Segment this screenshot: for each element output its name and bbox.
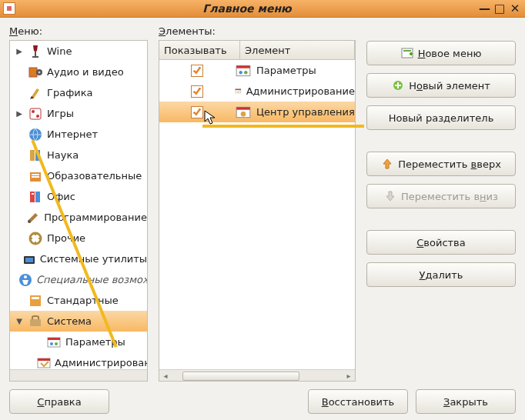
show-checkbox[interactable] [191,106,203,118]
tree-item[interactable]: Интернет [10,124,147,145]
move-down-button: Переместить вниз [366,184,516,208]
params-icon [45,335,62,350]
restore-button[interactable]: Восстановить [308,389,408,414]
tree-item[interactable]: Программирование [10,207,147,228]
tree-item-label: Офис [47,191,75,202]
close-button[interactable]: Закрыть [416,389,516,414]
titlebar[interactable]: Главное меню — □ ✕ [0,0,525,18]
app-icon [3,2,15,15]
new-separator-button[interactable]: Новый разделитель [366,105,516,130]
window-title: Главное меню [15,2,479,15]
tree-item[interactable]: ▼Система [10,311,147,332]
menu-tree[interactable]: ▶WineАудио и видеоГрафика▶ИгрыИнтернетНа… [9,40,148,382]
svg-rect-31 [48,338,60,340]
table-row[interactable]: Администрирование [159,81,355,102]
svg-rect-19 [35,232,36,235]
tree-item[interactable]: Прочие [10,228,147,248]
tree-item[interactable]: Администрирование [10,352,147,370]
properties-button[interactable]: Свойства [366,230,516,255]
tree-item-label: Параметры [65,336,125,348]
tree-item[interactable]: Аудио и видео [10,62,147,82]
minimize-button[interactable]: — [479,2,490,15]
svg-rect-1 [32,56,38,58]
params-icon [235,63,252,78]
tree-item[interactable]: Графика [10,82,147,103]
svg-rect-22 [38,238,42,239]
tree-item-label: Графика [47,87,93,98]
help-label: Справка [37,396,81,408]
scroll-left-icon[interactable]: ◂ [161,371,170,380]
tree-item[interactable]: ▶Игры [10,103,147,124]
move-up-button[interactable]: Переместить вверх [366,152,516,176]
new-item-label: Новый элемент [409,80,490,92]
tree-item[interactable]: Стандартные [10,290,147,311]
system-icon [27,314,44,329]
svg-point-17 [28,220,31,223]
tree-item[interactable]: ▶Wine [10,41,147,62]
admin-icon [36,355,52,371]
table-row[interactable]: Центр управления [159,102,355,122]
tree-item[interactable]: Офис [10,186,147,207]
tree-item[interactable]: Специальные возможности [10,269,147,290]
tree-item[interactable]: Системные утилиты [10,248,147,269]
tree-item[interactable]: Наука [10,145,147,165]
svg-point-44 [241,111,246,116]
svg-point-6 [32,110,35,113]
sysutil-icon [22,252,37,267]
table-row[interactable]: Параметры [159,60,355,81]
svg-point-33 [55,342,58,345]
help-button[interactable]: Справка [9,389,109,414]
tree-item-label: Программирование [44,212,147,223]
expander-closed-icon[interactable]: ▶ [15,47,24,56]
show-checkbox[interactable] [191,65,203,77]
menu-section-label: Меню: [9,25,148,37]
table-header: Показывать Элемент [159,41,355,60]
new-menu-label: Новое меню [418,48,482,59]
main-window: Главное меню — □ ✕ Меню: ▶WineАудио и ви… [0,0,525,420]
elements-table[interactable]: Показывать Элемент ПараметрыАдминистриро… [159,40,356,382]
new-separator-label: Новый разделитель [389,112,494,124]
scrollbar-thumb[interactable] [182,372,299,381]
show-checkbox[interactable] [191,85,203,98]
new-item-button[interactable]: Новый элемент [366,73,516,98]
maximize-button[interactable]: □ [494,2,505,15]
delete-button[interactable]: Удалить [366,262,516,287]
move-down-label: Переместить вниз [401,191,498,202]
dev-icon [25,210,41,225]
standard-icon [27,293,44,308]
tree-item-label: Система [47,315,92,327]
tree-item-label: Интернет [47,128,98,140]
expander-closed-icon[interactable]: ▶ [15,109,24,118]
svg-rect-9 [30,150,35,161]
properties-label: Свойства [416,237,466,248]
av-icon [27,65,44,80]
tree-item[interactable]: Параметры [10,332,147,352]
col-element[interactable]: Элемент [240,41,355,59]
svg-point-4 [38,71,41,73]
tree-item-label: Аудио и видео [47,66,124,78]
tree-item[interactable]: Образовательные [10,165,147,186]
table-horizontal-scrollbar[interactable]: ◂ ▸ [159,369,355,381]
svg-rect-35 [38,358,50,361]
expander-open-icon[interactable]: ▼ [15,317,24,326]
svg-point-7 [36,115,39,118]
restore-label: Восстановить [322,396,395,408]
new-menu-icon [401,47,413,59]
svg-rect-29 [30,319,41,326]
control-icon [235,105,252,120]
new-menu-button[interactable]: Новое меню [366,41,516,65]
svg-rect-43 [236,107,250,109]
col-show[interactable]: Показывать [159,41,240,59]
elements-section-label: Элементы: [159,25,356,37]
scroll-right-icon[interactable]: ▸ [344,371,353,380]
tree-item-label: Специальные возможности [36,274,147,285]
close-window-button[interactable]: ✕ [510,2,520,15]
tree-horizontal-scrollbar[interactable] [10,369,147,381]
svg-rect-24 [25,258,33,262]
tree-item-label: Стандартные [47,295,119,306]
wine-icon [27,44,44,59]
svg-rect-46 [403,50,411,52]
move-up-label: Переместить вверх [398,158,501,170]
office-icon [27,189,44,205]
element-label: Параметры [256,65,316,76]
